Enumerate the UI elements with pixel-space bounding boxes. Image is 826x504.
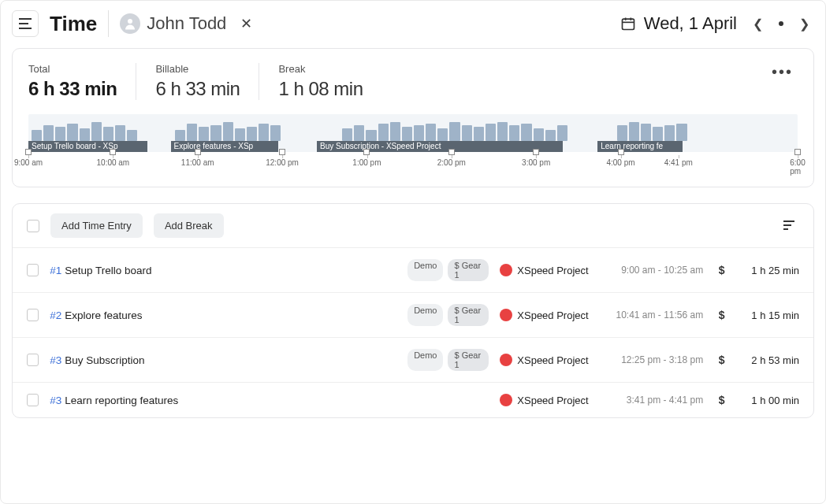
activity-bar [641, 124, 651, 141]
axis-tick: 4:41 pm [664, 158, 693, 167]
axis-tick: 4:00 pm [606, 158, 634, 167]
activity-bar [235, 128, 245, 141]
activity-bar [534, 128, 544, 141]
activity-bar [247, 127, 257, 141]
entry-title[interactable]: #2Explore features [50, 309, 396, 321]
tag[interactable]: $ Gear 1 [448, 304, 489, 326]
timeline-handle[interactable] [195, 149, 201, 155]
activity-bar [175, 130, 185, 141]
axis-tick: 9:00 am [14, 158, 43, 167]
timeline-handle[interactable] [25, 149, 32, 155]
stat-total-value: 6 h 33 min [28, 78, 117, 100]
activity-bar [426, 124, 436, 141]
entry-number: #3 [50, 395, 61, 406]
timeline-handle[interactable] [279, 149, 285, 155]
menu-button[interactable] [12, 10, 39, 37]
timeline-handle[interactable] [110, 149, 116, 155]
close-icon[interactable]: ✕ [237, 12, 255, 35]
user-selector[interactable]: John Todd [120, 13, 226, 34]
timeline-handle[interactable] [533, 149, 539, 155]
entry-project[interactable]: XSpeed Project [500, 264, 603, 276]
billable-icon[interactable]: $ [714, 394, 729, 406]
stat-total-label: Total [28, 63, 117, 75]
entries-list: Add Time Entry Add Break #1Setup Trello … [12, 203, 814, 418]
billable-icon[interactable]: $ [714, 264, 729, 276]
sort-button[interactable] [780, 216, 799, 236]
entry-time-range: 9:00 am - 10:25 am [615, 265, 704, 276]
next-day-button[interactable]: ❯ [794, 13, 814, 35]
activity-bar [437, 128, 448, 141]
select-all-checkbox[interactable] [27, 220, 39, 232]
timeline-task-bar[interactable]: Explore features - XSp [171, 141, 279, 152]
timeline-task-bar[interactable]: Learn reporting fe [597, 141, 682, 152]
axis-tick: 2:00 pm [437, 158, 466, 167]
timeline[interactable]: Setup Trello board - XSpExplore features… [28, 114, 798, 177]
axis-tick: 11:00 am [181, 158, 214, 167]
entry-tags: Demo$ Gear 1 [407, 349, 489, 371]
add-break-button[interactable]: Add Break [154, 213, 224, 238]
time-entry-row[interactable]: #2Explore featuresDemo$ Gear 1XSpeed Pro… [13, 293, 813, 338]
entry-checkbox[interactable] [27, 354, 39, 366]
stat-billable-value: 6 h 33 min [155, 78, 240, 100]
avatar-icon [120, 13, 140, 34]
activity-bar [127, 130, 137, 141]
entry-project[interactable]: XSpeed Project [500, 309, 603, 321]
calendar-icon [620, 16, 636, 32]
billable-icon[interactable]: $ [714, 309, 729, 321]
stat-break-label: Break [278, 63, 363, 75]
time-entry-row[interactable]: #3Learn reporting featuresXSpeed Project… [13, 383, 813, 417]
entry-checkbox[interactable] [27, 394, 39, 406]
activity-bar [390, 122, 400, 141]
add-time-entry-button[interactable]: Add Time Entry [50, 213, 143, 238]
activity-bar [80, 128, 90, 141]
entry-tags: Demo$ Gear 1 [407, 304, 489, 326]
tag[interactable]: Demo [407, 259, 443, 281]
entry-number: #2 [50, 309, 61, 321]
activity-bar [91, 122, 102, 141]
date-text: Wed, 1 April [644, 13, 737, 34]
activity-bar [545, 130, 556, 141]
timeline-handle[interactable] [618, 149, 624, 155]
entry-name: Buy Subscription [65, 354, 144, 366]
activity-bar [342, 128, 352, 141]
activity-bar [187, 124, 197, 141]
tag[interactable]: Demo [407, 349, 443, 371]
timeline-handle[interactable] [363, 149, 370, 155]
entry-title[interactable]: #1Setup Trello board [50, 265, 396, 276]
entry-checkbox[interactable] [27, 264, 39, 276]
stat-break-value: 1 h 08 min [278, 78, 363, 100]
activity-bar [676, 124, 686, 141]
page-title: Time [50, 12, 97, 36]
time-entry-row[interactable]: #1Setup Trello boardDemo$ Gear 1XSpeed P… [13, 248, 813, 293]
timeline-handle[interactable] [794, 149, 801, 155]
activity-bar [497, 122, 508, 141]
entry-duration: 1 h 25 min [740, 265, 799, 276]
tag[interactable]: $ Gear 1 [448, 349, 489, 371]
project-color-dot [500, 309, 512, 321]
billable-icon[interactable]: $ [714, 354, 729, 366]
activity-bar [115, 125, 125, 141]
today-button[interactable] [779, 21, 783, 26]
entry-title[interactable]: #3Buy Subscription [50, 354, 396, 366]
prev-day-button[interactable]: ❮ [748, 13, 768, 35]
entry-name: Explore features [65, 309, 142, 321]
timeline-handle[interactable] [448, 149, 455, 155]
activity-bar [55, 127, 65, 141]
axis-tick: 1:00 pm [352, 158, 381, 167]
tag[interactable]: Demo [407, 304, 443, 326]
stat-break: Break 1 h 08 min [259, 63, 381, 100]
activity-bar [653, 127, 663, 141]
timeline-task-bar[interactable]: Setup Trello board - XSp [28, 141, 147, 152]
time-entry-row[interactable]: #3Buy SubscriptionDemo$ Gear 1XSpeed Pro… [13, 338, 813, 383]
axis-tick: 12:00 pm [266, 158, 299, 167]
entry-checkbox[interactable] [27, 309, 39, 321]
entry-project[interactable]: XSpeed Project [500, 354, 603, 366]
entry-title[interactable]: #3Learn reporting features [50, 395, 396, 406]
date-picker[interactable]: Wed, 1 April [620, 13, 737, 34]
more-options-button[interactable]: ••• [772, 63, 798, 81]
tag[interactable]: $ Gear 1 [448, 259, 489, 281]
stat-total: Total 6 h 33 min [28, 63, 136, 100]
timeline-task-bar[interactable]: Buy Subscription - XSpeed Project [317, 141, 563, 152]
project-color-dot [500, 394, 512, 406]
entry-project[interactable]: XSpeed Project [500, 394, 603, 406]
